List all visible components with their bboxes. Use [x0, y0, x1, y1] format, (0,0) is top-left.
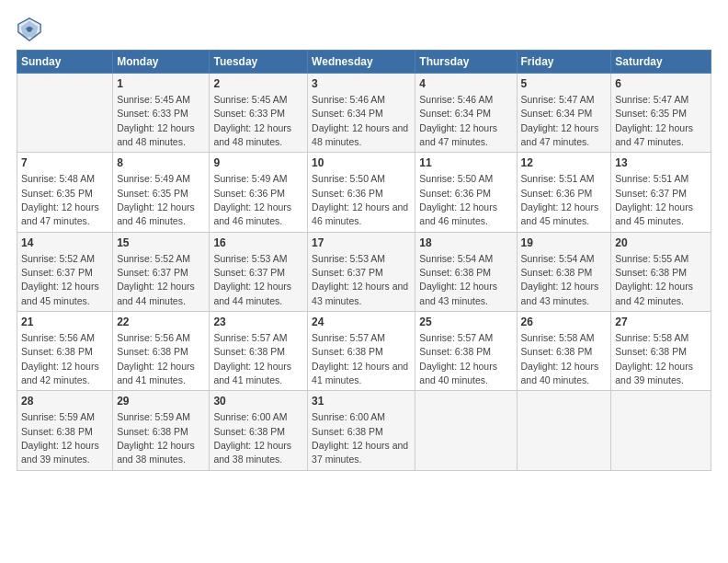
day-number: 29 [117, 394, 205, 409]
day-number: 6 [615, 76, 707, 92]
day-cell: 9Sunrise: 5:49 AMSunset: 6:36 PMDaylight… [210, 153, 308, 232]
day-number: 7 [21, 155, 108, 171]
day-cell: 29Sunrise: 5:59 AMSunset: 6:38 PMDayligh… [113, 391, 210, 470]
cell-content: Sunrise: 5:49 AMSunset: 6:35 PMDaylight:… [117, 173, 195, 226]
day-cell: 7Sunrise: 5:48 AMSunset: 6:35 PMDaylight… [17, 153, 113, 232]
day-cell: 15Sunrise: 5:52 AMSunset: 6:37 PMDayligh… [113, 232, 210, 311]
day-number: 24 [312, 315, 411, 330]
day-number: 4 [419, 76, 512, 92]
calendar-table: SundayMondayTuesdayWednesdayThursdayFrid… [17, 50, 711, 471]
day-number: 20 [615, 236, 707, 251]
week-row-4: 21Sunrise: 5:56 AMSunset: 6:38 PMDayligh… [17, 312, 711, 391]
cell-content: Sunrise: 5:58 AMSunset: 6:38 PMDaylight:… [521, 332, 599, 385]
day-cell: 14Sunrise: 5:52 AMSunset: 6:37 PMDayligh… [17, 232, 113, 311]
day-cell: 23Sunrise: 5:57 AMSunset: 6:38 PMDayligh… [210, 312, 308, 391]
week-row-1: 1Sunrise: 5:45 AMSunset: 6:33 PMDaylight… [17, 74, 711, 153]
logo [17, 17, 46, 42]
day-number: 26 [521, 315, 608, 330]
cell-content: Sunrise: 5:50 AMSunset: 6:36 PMDaylight:… [312, 173, 408, 226]
day-number: 2 [213, 76, 303, 92]
cell-content: Sunrise: 5:52 AMSunset: 6:37 PMDaylight:… [21, 253, 99, 306]
cell-content: Sunrise: 5:59 AMSunset: 6:38 PMDaylight:… [21, 411, 99, 465]
cell-content: Sunrise: 5:46 AMSunset: 6:34 PMDaylight:… [419, 94, 497, 147]
cell-content: Sunrise: 5:51 AMSunset: 6:36 PMDaylight:… [521, 173, 599, 226]
cell-content: Sunrise: 5:45 AMSunset: 6:33 PMDaylight:… [213, 94, 291, 147]
day-number: 28 [21, 394, 108, 409]
day-number: 21 [21, 315, 108, 330]
day-number: 12 [521, 155, 608, 171]
day-cell: 20Sunrise: 5:55 AMSunset: 6:38 PMDayligh… [611, 232, 711, 311]
day-cell [17, 74, 113, 153]
col-header-friday: Friday [517, 51, 611, 74]
cell-content: Sunrise: 5:45 AMSunset: 6:33 PMDaylight:… [117, 94, 195, 147]
cell-content: Sunrise: 5:57 AMSunset: 6:38 PMDaylight:… [419, 332, 497, 385]
day-number: 9 [213, 155, 303, 171]
day-cell: 26Sunrise: 5:58 AMSunset: 6:38 PMDayligh… [517, 312, 611, 391]
day-number: 16 [213, 236, 303, 251]
cell-content: Sunrise: 5:56 AMSunset: 6:38 PMDaylight:… [21, 332, 99, 385]
day-cell: 6Sunrise: 5:47 AMSunset: 6:35 PMDaylight… [611, 74, 711, 153]
col-header-tuesday: Tuesday [210, 51, 308, 74]
cell-content: Sunrise: 5:47 AMSunset: 6:34 PMDaylight:… [521, 94, 599, 147]
day-number: 27 [615, 315, 707, 330]
day-cell: 8Sunrise: 5:49 AMSunset: 6:35 PMDaylight… [113, 153, 210, 232]
header-row: SundayMondayTuesdayWednesdayThursdayFrid… [17, 51, 711, 74]
day-cell: 13Sunrise: 5:51 AMSunset: 6:37 PMDayligh… [611, 153, 711, 232]
cell-content: Sunrise: 5:57 AMSunset: 6:38 PMDaylight:… [213, 332, 291, 385]
day-cell: 17Sunrise: 5:53 AMSunset: 6:37 PMDayligh… [308, 232, 415, 311]
cell-content: Sunrise: 5:50 AMSunset: 6:36 PMDaylight:… [419, 173, 497, 226]
day-cell: 12Sunrise: 5:51 AMSunset: 6:36 PMDayligh… [517, 153, 611, 232]
day-cell: 11Sunrise: 5:50 AMSunset: 6:36 PMDayligh… [415, 153, 517, 232]
cell-content: Sunrise: 6:00 AMSunset: 6:38 PMDaylight:… [312, 411, 408, 465]
col-header-sunday: Sunday [17, 51, 113, 74]
week-row-5: 28Sunrise: 5:59 AMSunset: 6:38 PMDayligh… [17, 391, 711, 470]
day-cell: 31Sunrise: 6:00 AMSunset: 6:38 PMDayligh… [308, 391, 415, 470]
cell-content: Sunrise: 5:49 AMSunset: 6:36 PMDaylight:… [213, 173, 291, 226]
day-cell: 27Sunrise: 5:58 AMSunset: 6:38 PMDayligh… [611, 312, 711, 391]
cell-content: Sunrise: 5:58 AMSunset: 6:38 PMDaylight:… [615, 332, 693, 385]
day-number: 18 [419, 236, 512, 251]
day-number: 11 [419, 155, 512, 171]
day-cell: 2Sunrise: 5:45 AMSunset: 6:33 PMDaylight… [210, 74, 308, 153]
day-number: 13 [615, 155, 707, 171]
header [17, 17, 711, 42]
day-number: 3 [312, 76, 411, 92]
day-number: 17 [312, 236, 411, 251]
cell-content: Sunrise: 5:53 AMSunset: 6:37 PMDaylight:… [213, 253, 291, 306]
day-cell: 5Sunrise: 5:47 AMSunset: 6:34 PMDaylight… [517, 74, 611, 153]
day-cell [415, 391, 517, 470]
cell-content: Sunrise: 5:51 AMSunset: 6:37 PMDaylight:… [615, 173, 693, 226]
logo-icon [17, 17, 42, 42]
day-cell: 24Sunrise: 5:57 AMSunset: 6:38 PMDayligh… [308, 312, 415, 391]
day-number: 25 [419, 315, 512, 330]
day-number: 30 [213, 394, 303, 409]
day-number: 15 [117, 236, 205, 251]
day-cell: 19Sunrise: 5:54 AMSunset: 6:38 PMDayligh… [517, 232, 611, 311]
day-number: 23 [213, 315, 303, 330]
day-number: 10 [312, 155, 411, 171]
col-header-saturday: Saturday [611, 51, 711, 74]
col-header-monday: Monday [113, 51, 210, 74]
day-cell: 1Sunrise: 5:45 AMSunset: 6:33 PMDaylight… [113, 74, 210, 153]
day-cell [517, 391, 611, 470]
day-cell: 22Sunrise: 5:56 AMSunset: 6:38 PMDayligh… [113, 312, 210, 391]
day-cell: 30Sunrise: 6:00 AMSunset: 6:38 PMDayligh… [210, 391, 308, 470]
cell-content: Sunrise: 5:52 AMSunset: 6:37 PMDaylight:… [117, 253, 195, 306]
day-number: 1 [117, 76, 205, 92]
day-cell: 3Sunrise: 5:46 AMSunset: 6:34 PMDaylight… [308, 74, 415, 153]
svg-point-2 [27, 27, 32, 32]
day-number: 5 [521, 76, 608, 92]
cell-content: Sunrise: 5:57 AMSunset: 6:38 PMDaylight:… [312, 332, 408, 385]
cell-content: Sunrise: 5:54 AMSunset: 6:38 PMDaylight:… [521, 253, 599, 306]
cell-content: Sunrise: 5:59 AMSunset: 6:38 PMDaylight:… [117, 411, 195, 465]
day-number: 22 [117, 315, 205, 330]
day-number: 8 [117, 155, 205, 171]
page: SundayMondayTuesdayWednesdayThursdayFrid… [0, 0, 728, 563]
cell-content: Sunrise: 5:55 AMSunset: 6:38 PMDaylight:… [615, 253, 693, 306]
day-cell: 16Sunrise: 5:53 AMSunset: 6:37 PMDayligh… [210, 232, 308, 311]
day-number: 19 [521, 236, 608, 251]
day-cell: 10Sunrise: 5:50 AMSunset: 6:36 PMDayligh… [308, 153, 415, 232]
day-cell: 4Sunrise: 5:46 AMSunset: 6:34 PMDaylight… [415, 74, 517, 153]
day-cell: 21Sunrise: 5:56 AMSunset: 6:38 PMDayligh… [17, 312, 113, 391]
day-cell: 25Sunrise: 5:57 AMSunset: 6:38 PMDayligh… [415, 312, 517, 391]
